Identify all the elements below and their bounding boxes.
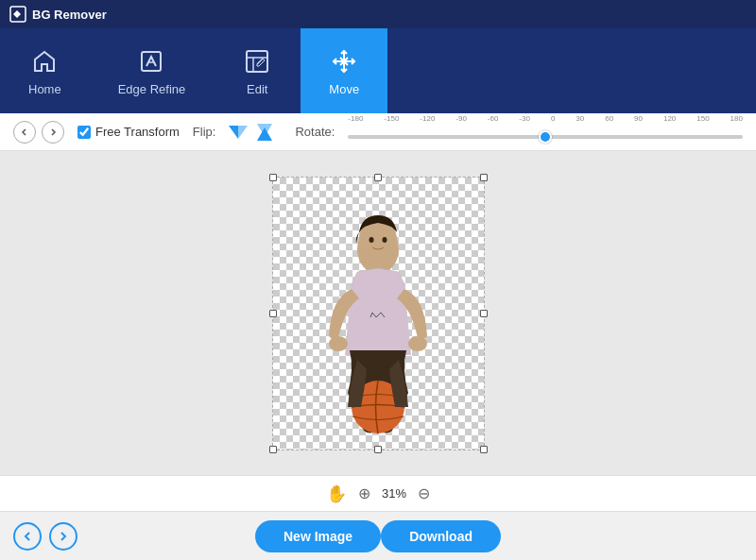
download-button[interactable]: Download	[381, 520, 501, 552]
svg-point-12	[369, 237, 374, 243]
svg-point-9	[329, 336, 348, 351]
svg-marker-6	[257, 124, 272, 137]
toolbar-item-edge-refine[interactable]: Edge Refine	[90, 28, 215, 113]
image-container[interactable]	[272, 177, 485, 450]
toolbar-item-home[interactable]: Home	[0, 28, 90, 113]
footer: New Image Download	[0, 511, 756, 560]
rotate-label: Rotate:	[295, 125, 335, 139]
home-label: Home	[28, 82, 61, 96]
zoom-out-icon[interactable]: ⊖	[418, 484, 430, 502]
handle-top-left[interactable]	[269, 174, 277, 181]
flip-label: Flip:	[193, 125, 216, 139]
svg-point-13	[383, 237, 387, 243]
edge-refine-icon	[136, 46, 166, 76]
handle-middle-right[interactable]	[480, 310, 488, 317]
footer-back-button[interactable]	[13, 522, 42, 551]
footer-nav	[13, 522, 77, 551]
zoom-bar: ✋ ⊕ 31% ⊖	[0, 475, 756, 511]
handle-bottom-left[interactable]	[269, 446, 277, 453]
footer-forward-button[interactable]	[49, 522, 77, 551]
new-image-button[interactable]: New Image	[255, 520, 381, 552]
rotate-slider-container: -180 -150 -120 -90 -60 -30 0 30 60 90 12…	[348, 126, 743, 139]
hand-tool-icon[interactable]: ✋	[326, 484, 347, 504]
edge-refine-label: Edge Refine	[118, 82, 186, 96]
move-icon	[329, 46, 359, 76]
handle-bottom-middle[interactable]	[374, 446, 382, 453]
zoom-percent: 31%	[382, 486, 406, 501]
move-label: Move	[329, 82, 359, 96]
free-transform-label: Free Transform	[95, 125, 180, 139]
ruler-numbers: -180 -150 -120 -90 -60 -30 0 30 60 90 12…	[348, 114, 743, 123]
options-bar: Free Transform Flip: Rotate: -180 -150 -…	[0, 113, 756, 151]
handle-top-middle[interactable]	[374, 174, 382, 181]
canvas-area	[0, 151, 756, 475]
home-icon	[29, 46, 60, 76]
nav-arrows	[13, 121, 64, 144]
nav-forward-button[interactable]	[42, 121, 64, 144]
free-transform-checkbox-label[interactable]: Free Transform	[77, 125, 180, 139]
svg-point-10	[408, 336, 427, 351]
nav-back-button[interactable]	[13, 121, 36, 144]
flip-vertical-button[interactable]	[255, 124, 274, 141]
flip-horizontal-button[interactable]	[229, 124, 248, 141]
free-transform-checkbox[interactable]	[77, 126, 91, 139]
toolbar-item-edit[interactable]: Edit	[214, 28, 301, 113]
svg-marker-4	[238, 126, 248, 139]
main-toolbar: Home Edge Refine Edit	[0, 28, 756, 113]
rotate-slider[interactable]	[348, 135, 743, 139]
handle-middle-left[interactable]	[269, 310, 277, 317]
edit-label: Edit	[247, 82, 267, 96]
app-header: BG Remover	[0, 0, 756, 28]
app-icon	[9, 6, 26, 23]
edit-icon	[242, 46, 272, 76]
zoom-in-icon[interactable]: ⊕	[358, 484, 370, 502]
handle-top-right[interactable]	[480, 174, 488, 181]
handle-bottom-right[interactable]	[480, 446, 488, 453]
flip-arrows	[229, 124, 274, 141]
person-image	[302, 204, 454, 450]
app-title: BG Remover	[32, 8, 107, 22]
footer-wrapper: New Image Download	[0, 520, 756, 552]
toolbar-item-move[interactable]: Move	[301, 28, 387, 113]
svg-marker-3	[229, 126, 238, 139]
